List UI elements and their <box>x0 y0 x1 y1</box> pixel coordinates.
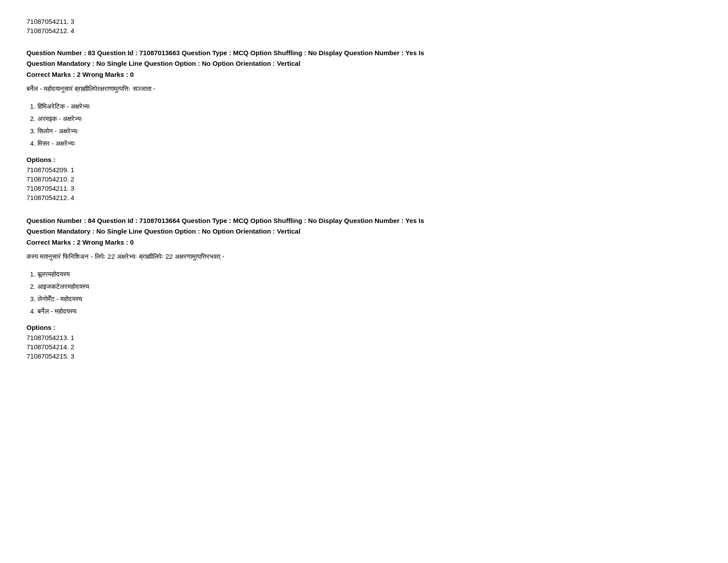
question-84-meta: Question Number : 84 Question Id : 71087… <box>26 215 702 237</box>
question-83-marks: Correct Marks : 2 Wrong Marks : 0 <box>26 71 702 78</box>
answer-option-83-3: 3. सिलोन - अक्षरेभ्यः <box>30 126 702 136</box>
question-84-options-label: Options : <box>26 324 702 331</box>
q83-opt-4: 71087054212. 4 <box>26 194 702 201</box>
question-83-meta-line2: Question Mandatory : No Single Line Ques… <box>26 58 702 69</box>
top-options-section: 71087054211. 3 71087054212. 4 <box>26 18 702 34</box>
question-84-marks: Correct Marks : 2 Wrong Marks : 0 <box>26 238 702 246</box>
question-83-options-list: 71087054209. 1 71087054210. 2 7108705421… <box>26 166 702 201</box>
answer-option-83-1: 1. हिमिअरेटिक - अक्षरेभ्यः <box>30 101 702 112</box>
question-84-block: Question Number : 84 Question Id : 71087… <box>26 215 702 360</box>
q84-opt-3: 71087054215. 3 <box>26 352 702 360</box>
question-84-answer-options: 1. बूलरमहोदयस्य 2. आइजकटेलरमहोदयस्य 3. ल… <box>30 269 702 317</box>
q84-opt-2: 71087054214. 2 <box>26 343 702 351</box>
top-option-2: 71087054212. 4 <box>26 27 702 34</box>
question-83-block: Question Number : 83 Question Id : 71087… <box>26 48 702 201</box>
question-84-meta-line1: Question Number : 84 Question Id : 71087… <box>26 215 702 226</box>
question-83-answer-options: 1. हिमिअरेटिक - अक्षरेभ्यः 2. अरमइक - अक… <box>30 101 702 149</box>
answer-option-83-4: 4. मिसर - अक्षरेभ्यः <box>30 138 702 149</box>
question-84-meta-line2: Question Mandatory : No Single Line Ques… <box>26 226 702 237</box>
question-84-options-list: 71087054213. 1 71087054214. 2 7108705421… <box>26 334 702 360</box>
question-83-meta: Question Number : 83 Question Id : 71087… <box>26 48 702 69</box>
question-83-options-label: Options : <box>26 156 702 163</box>
answer-option-84-1: 1. बूलरमहोदयस्य <box>30 269 702 280</box>
question-84-text: कस्य मतानुसारं फिनिशिअन - लिपेः 22 अक्षर… <box>26 251 702 262</box>
question-83-meta-line1: Question Number : 83 Question Id : 71087… <box>26 48 702 58</box>
q83-opt-1: 71087054209. 1 <box>26 166 702 174</box>
q83-opt-3: 71087054211. 3 <box>26 185 702 192</box>
question-83-text: बर्नेल - महोदयानुसारं ब्राह्मीलिपेरक्षरा… <box>26 83 702 94</box>
answer-option-84-3: 3. लेनोमेँट - महोदयस्य <box>30 294 702 304</box>
answer-option-84-2: 2. आइजकटेलरमहोदयस्य <box>30 281 702 292</box>
answer-option-84-4: 4. बर्नेल - महोदयस्य <box>30 306 702 317</box>
top-option-1: 71087054211. 3 <box>26 18 702 25</box>
answer-option-83-2: 2. अरमइक - अक्षरेभ्यः <box>30 113 702 124</box>
q83-opt-2: 71087054210. 2 <box>26 175 702 183</box>
q84-opt-1: 71087054213. 1 <box>26 334 702 341</box>
